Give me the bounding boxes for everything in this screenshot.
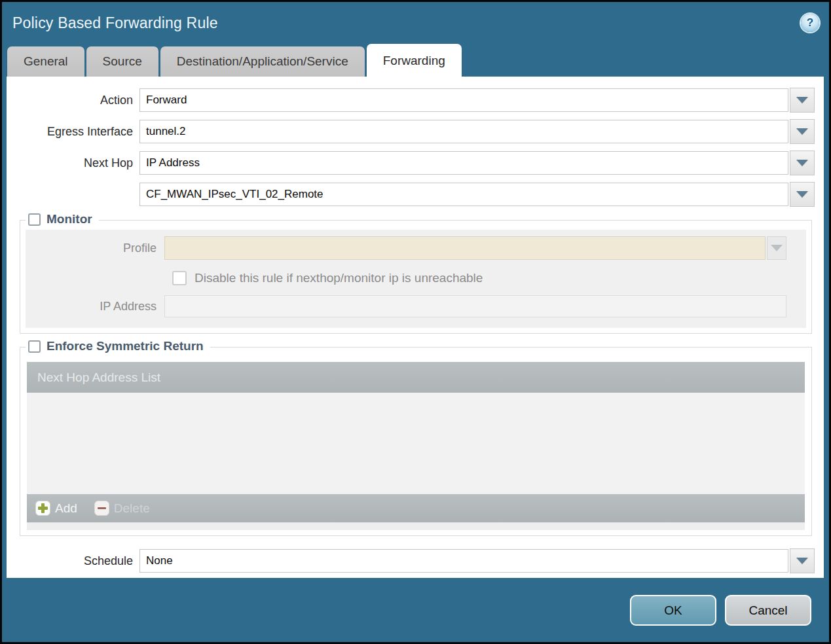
add-button[interactable]: Add [35,501,77,516]
table-header: Next Hop Address List [27,362,805,393]
action-row: Action [7,88,815,113]
next-hop-address-input[interactable] [139,183,788,206]
chevron-down-icon [796,128,808,135]
symmetric-return-section: Enforce Symmetric Return Next Hop Addres… [20,347,812,536]
tab-general[interactable]: General [7,46,84,77]
monitor-legend-label: Monitor [46,212,92,226]
next-hop-type-input[interactable] [139,151,788,175]
action-label: Action [7,94,139,107]
monitor-section: Monitor Profile Disable this rule if nex… [20,220,812,334]
cancel-button[interactable]: Cancel [725,595,811,626]
chevron-down-icon [771,245,783,251]
profile-row: Profile [26,236,786,260]
schedule-input[interactable] [139,549,788,573]
symmetric-return-legend: Enforce Symmetric Return [26,339,210,353]
monitor-panel: Profile Disable this rule if nexthop/mon… [26,230,806,328]
tab-source[interactable]: Source [86,46,158,77]
table-bottom-strip [27,522,805,530]
forwarding-tab-panel: Action Egress Interface Next Hop Monitor [7,77,824,578]
symmetric-return-checkbox[interactable] [28,340,41,353]
tab-destination-application-service[interactable]: Destination/Application/Service [160,46,365,77]
disable-rule-label: Disable this rule if nexthop/monitor ip … [194,271,483,285]
symmetric-return-legend-label: Enforce Symmetric Return [46,339,204,353]
monitor-ip-address-row: IP Address [26,295,786,317]
minus-icon [94,501,109,516]
tab-forwarding[interactable]: Forwarding [367,44,462,77]
table-body[interactable] [27,393,805,494]
policy-based-forwarding-dialog: Policy Based Forwarding Rule ? General S… [0,0,831,644]
next-hop-row: Next Hop [7,151,815,175]
profile-input [164,236,766,260]
chevron-down-icon [796,160,808,166]
egress-interface-row: Egress Interface [7,119,815,144]
tab-bar: General Source Destination/Application/S… [2,44,829,77]
egress-interface-label: Egress Interface [7,125,139,139]
disable-rule-checkbox [172,271,187,285]
title-bar: Policy Based Forwarding Rule ? [2,2,829,44]
next-hop-dropdown-button[interactable] [790,151,815,175]
chevron-down-icon [796,558,808,564]
table-header-label: Next Hop Address List [37,370,160,385]
next-hop-address-dropdown-button[interactable] [790,182,815,207]
add-button-label: Add [55,501,77,516]
action-input[interactable] [139,88,788,112]
egress-interface-input[interactable] [139,120,788,143]
ok-button[interactable]: OK [630,595,716,626]
delete-button-label: Delete [114,501,150,516]
schedule-row: Schedule [7,548,815,573]
disable-rule-row: Disable this rule if nexthop/monitor ip … [172,271,806,285]
next-hop-address-row [7,182,815,207]
monitor-legend: Monitor [26,212,99,226]
profile-label: Profile [26,241,164,255]
dialog-title: Policy Based Forwarding Rule [12,14,218,32]
next-hop-label: Next Hop [7,156,139,170]
monitor-ip-address-label: IP Address [26,300,164,313]
monitor-ip-address-input [164,295,786,317]
table-toolbar: Add Delete [27,494,805,522]
help-icon[interactable]: ? [801,14,819,32]
monitor-checkbox[interactable] [28,213,41,226]
action-dropdown-button[interactable] [790,88,815,113]
chevron-down-icon [796,191,808,198]
egress-interface-dropdown-button[interactable] [790,119,815,144]
profile-dropdown-button [767,236,786,260]
delete-button: Delete [94,501,150,516]
schedule-dropdown-button[interactable] [790,548,815,573]
chevron-down-icon [796,97,808,103]
plus-icon [35,501,50,516]
next-hop-address-table: Next Hop Address List Add Delete [27,362,805,530]
schedule-label: Schedule [7,554,139,568]
dialog-footer: OK Cancel [2,578,829,642]
